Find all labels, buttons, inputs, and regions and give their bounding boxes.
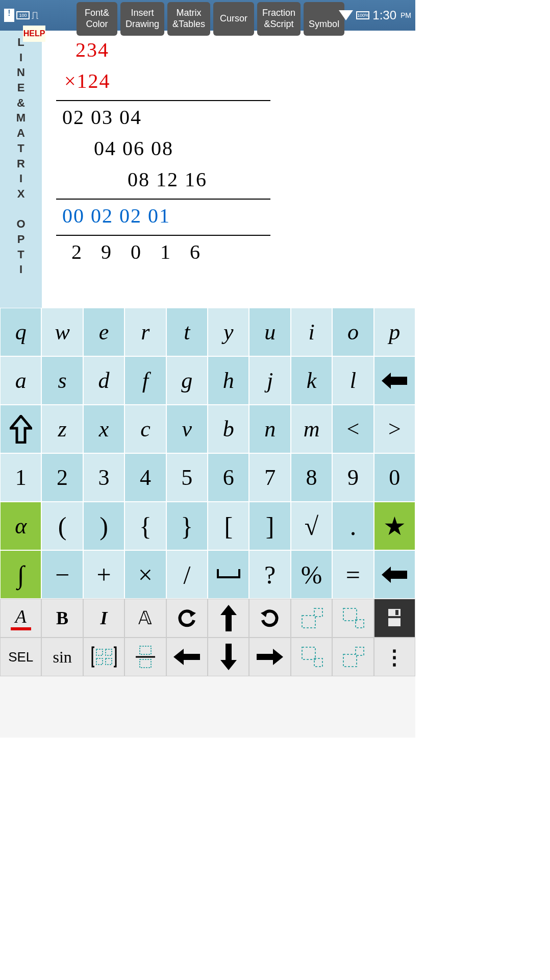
key-minus[interactable]: − <box>41 550 83 599</box>
key-6[interactable]: 6 <box>208 453 249 502</box>
clock-ampm: PM <box>401 11 411 19</box>
svg-rect-18 <box>140 646 151 654</box>
arrow-up-button[interactable] <box>208 599 249 638</box>
key-plus[interactable]: + <box>83 550 124 599</box>
tab-label: Font&Color <box>85 8 109 30</box>
key-question[interactable]: ? <box>249 550 290 599</box>
key-n[interactable]: n <box>249 405 290 453</box>
key-alpha[interactable]: α <box>0 502 41 550</box>
super-index-button[interactable] <box>332 638 373 676</box>
key-8[interactable]: 8 <box>291 453 332 502</box>
key-open-brace[interactable]: { <box>124 502 166 550</box>
key-x[interactable]: x <box>83 405 124 453</box>
sidebar-label: L I N E & M A T R I X O P T I <box>0 35 42 277</box>
key-h[interactable]: h <box>208 356 249 405</box>
arrow-down-button[interactable] <box>208 638 249 676</box>
math-content[interactable]: 234 ×124 02 03 04 04 06 08 08 12 16 00 0… <box>42 31 415 308</box>
key-e[interactable]: e <box>83 308 124 356</box>
key-7[interactable]: 7 <box>249 453 290 502</box>
key-y[interactable]: y <box>208 308 249 356</box>
partial-product-3: 08 12 16 <box>128 167 407 191</box>
key-slash[interactable]: / <box>166 550 208 599</box>
key-period[interactable]: . <box>332 502 373 550</box>
key-w[interactable]: w <box>41 308 83 356</box>
key-sqrt[interactable]: √ <box>291 502 332 550</box>
key-integral[interactable]: ∫ <box>0 550 41 599</box>
delete-key[interactable] <box>374 550 415 599</box>
svg-rect-26 <box>343 654 357 667</box>
tab-label: Cursor <box>220 13 247 24</box>
key-percent[interactable]: % <box>291 550 332 599</box>
tab-font-color[interactable]: Font&Color <box>77 2 117 36</box>
redo-button[interactable] <box>249 599 290 638</box>
battery-icon: 100% <box>356 11 369 19</box>
italic-button[interactable]: I <box>83 599 124 638</box>
key-open-paren[interactable]: ( <box>41 502 83 550</box>
fraction-button[interactable] <box>124 638 166 676</box>
key-t[interactable]: t <box>166 308 208 356</box>
key-g[interactable]: g <box>166 356 208 405</box>
key-times[interactable]: × <box>124 550 166 599</box>
arrow-right-button[interactable] <box>249 638 290 676</box>
undo-button[interactable] <box>166 599 208 638</box>
key-q[interactable]: q <box>0 308 41 356</box>
key-m[interactable]: m <box>291 405 332 453</box>
key-space[interactable] <box>208 550 249 599</box>
select-button[interactable]: SEL <box>0 638 41 676</box>
key-v[interactable]: v <box>166 405 208 453</box>
key-9[interactable]: 9 <box>332 453 373 502</box>
key-d[interactable]: d <box>83 356 124 405</box>
save-button[interactable] <box>374 599 415 638</box>
key-equals[interactable]: = <box>332 550 373 599</box>
key-a[interactable]: a <box>0 356 41 405</box>
help-button[interactable]: HELP <box>23 26 45 42</box>
key-b[interactable]: b <box>208 405 249 453</box>
key-4[interactable]: 4 <box>124 453 166 502</box>
key-j[interactable]: j <box>249 356 290 405</box>
key-i[interactable]: i <box>291 308 332 356</box>
arrow-left-button[interactable] <box>166 638 208 676</box>
tab-fraction-script[interactable]: Fraction&Script <box>257 2 301 36</box>
font-color-button[interactable]: A <box>0 599 41 638</box>
key-star[interactable]: ★ <box>374 502 415 550</box>
key-less-than[interactable]: < <box>332 405 373 453</box>
key-greater-than[interactable]: > <box>374 405 415 453</box>
key-3[interactable]: 3 <box>83 453 124 502</box>
sin-button[interactable]: sin <box>41 638 83 676</box>
key-u[interactable]: u <box>249 308 290 356</box>
subscript-button[interactable] <box>332 599 373 638</box>
tab-insert-drawing[interactable]: InsertDrawing <box>120 2 164 36</box>
key-1[interactable]: 1 <box>0 453 41 502</box>
backspace-key[interactable] <box>374 356 415 405</box>
key-close-brace[interactable]: } <box>166 502 208 550</box>
key-k[interactable]: k <box>291 356 332 405</box>
key-row-3: z x c v b n m < > <box>0 405 415 453</box>
superscript-button[interactable] <box>291 599 332 638</box>
svg-marker-5 <box>261 610 268 617</box>
shift-key[interactable] <box>0 405 41 453</box>
key-close-bracket[interactable]: ] <box>249 502 290 550</box>
partial-product-2: 04 06 08 <box>94 136 407 160</box>
key-o[interactable]: o <box>332 308 373 356</box>
tab-matrix-tables[interactable]: Matrix&Tables <box>167 2 210 36</box>
key-5[interactable]: 5 <box>166 453 208 502</box>
key-r[interactable]: r <box>124 308 166 356</box>
partial-product-1: 02 03 04 <box>62 105 407 129</box>
font-style-button[interactable]: 𝔸 <box>124 599 166 638</box>
sidebar-line-matrix-options[interactable]: L I N E & M A T R I X O P T I <box>0 31 42 308</box>
key-close-paren[interactable]: ) <box>83 502 124 550</box>
key-c[interactable]: c <box>124 405 166 453</box>
key-p[interactable]: p <box>374 308 415 356</box>
bold-button[interactable]: B <box>41 599 83 638</box>
key-f[interactable]: f <box>124 356 166 405</box>
matrix-button[interactable] <box>83 638 124 676</box>
more-button[interactable]: ⋮ <box>374 638 415 676</box>
key-open-bracket[interactable]: [ <box>208 502 249 550</box>
key-l[interactable]: l <box>332 356 373 405</box>
sub-index-button[interactable] <box>291 638 332 676</box>
tab-cursor[interactable]: Cursor <box>213 2 254 36</box>
key-z[interactable]: z <box>41 405 83 453</box>
key-2[interactable]: 2 <box>41 453 83 502</box>
key-s[interactable]: s <box>41 356 83 405</box>
key-0[interactable]: 0 <box>374 453 415 502</box>
